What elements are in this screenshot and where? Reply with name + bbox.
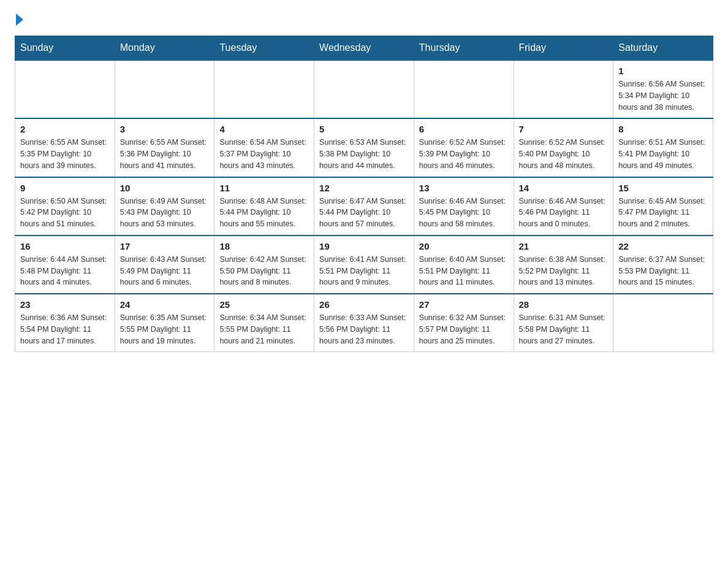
day-info: Sunrise: 6:55 AM Sunset: 5:35 PM Dayligh… <box>20 137 110 171</box>
calendar-cell: 26Sunrise: 6:33 AM Sunset: 5:56 PM Dayli… <box>314 294 414 352</box>
calendar-week-row: 9Sunrise: 6:50 AM Sunset: 5:42 PM Daylig… <box>15 177 713 236</box>
calendar-cell: 6Sunrise: 6:52 AM Sunset: 5:39 PM Daylig… <box>414 118 514 177</box>
page-header <box>15 15 713 26</box>
day-number: 21 <box>519 241 609 251</box>
day-info: Sunrise: 6:38 AM Sunset: 5:52 PM Dayligh… <box>519 254 609 288</box>
day-number: 8 <box>618 124 708 134</box>
calendar-cell: 11Sunrise: 6:48 AM Sunset: 5:44 PM Dayli… <box>214 177 314 236</box>
weekday-header-row: SundayMondayTuesdayWednesdayThursdayFrid… <box>15 36 713 61</box>
day-number: 13 <box>419 183 509 193</box>
calendar-cell: 25Sunrise: 6:34 AM Sunset: 5:55 PM Dayli… <box>214 294 314 352</box>
day-info: Sunrise: 6:50 AM Sunset: 5:42 PM Dayligh… <box>20 196 110 230</box>
logo <box>15 15 23 26</box>
calendar-cell: 7Sunrise: 6:52 AM Sunset: 5:40 PM Daylig… <box>514 118 613 177</box>
calendar-week-row: 1Sunrise: 6:56 AM Sunset: 5:34 PM Daylig… <box>15 60 713 118</box>
calendar-week-row: 16Sunrise: 6:44 AM Sunset: 5:48 PM Dayli… <box>15 236 713 294</box>
day-number: 16 <box>20 241 110 251</box>
calendar-cell: 16Sunrise: 6:44 AM Sunset: 5:48 PM Dayli… <box>15 236 115 294</box>
day-info: Sunrise: 6:46 AM Sunset: 5:45 PM Dayligh… <box>419 196 509 230</box>
day-info: Sunrise: 6:52 AM Sunset: 5:39 PM Dayligh… <box>419 137 509 171</box>
calendar-cell: 8Sunrise: 6:51 AM Sunset: 5:41 PM Daylig… <box>613 118 713 177</box>
day-number: 25 <box>219 299 309 310</box>
calendar-cell: 4Sunrise: 6:54 AM Sunset: 5:37 PM Daylig… <box>214 118 314 177</box>
day-info: Sunrise: 6:42 AM Sunset: 5:50 PM Dayligh… <box>219 254 309 288</box>
day-number: 10 <box>120 183 210 193</box>
day-number: 18 <box>219 241 309 251</box>
calendar-table: SundayMondayTuesdayWednesdayThursdayFrid… <box>15 36 713 352</box>
day-number: 19 <box>319 241 409 251</box>
calendar-cell: 27Sunrise: 6:32 AM Sunset: 5:57 PM Dayli… <box>414 294 514 352</box>
day-number: 24 <box>120 299 210 310</box>
day-info: Sunrise: 6:37 AM Sunset: 5:53 PM Dayligh… <box>618 254 708 288</box>
day-number: 22 <box>618 241 708 251</box>
calendar-cell: 10Sunrise: 6:49 AM Sunset: 5:43 PM Dayli… <box>115 177 214 236</box>
day-number: 14 <box>519 183 609 193</box>
day-info: Sunrise: 6:51 AM Sunset: 5:41 PM Dayligh… <box>618 137 708 171</box>
day-info: Sunrise: 6:31 AM Sunset: 5:58 PM Dayligh… <box>519 312 609 347</box>
calendar-cell: 5Sunrise: 6:53 AM Sunset: 5:38 PM Daylig… <box>314 118 414 177</box>
logo-arrow-icon <box>16 13 23 26</box>
day-number: 12 <box>319 183 409 193</box>
calendar-body: 1Sunrise: 6:56 AM Sunset: 5:34 PM Daylig… <box>15 60 713 352</box>
day-number: 2 <box>20 124 110 134</box>
day-number: 17 <box>120 241 210 251</box>
day-number: 20 <box>419 241 509 251</box>
calendar-week-row: 2Sunrise: 6:55 AM Sunset: 5:35 PM Daylig… <box>15 118 713 177</box>
day-info: Sunrise: 6:45 AM Sunset: 5:47 PM Dayligh… <box>618 196 708 230</box>
calendar-week-row: 23Sunrise: 6:36 AM Sunset: 5:54 PM Dayli… <box>15 294 713 352</box>
calendar-cell: 19Sunrise: 6:41 AM Sunset: 5:51 PM Dayli… <box>314 236 414 294</box>
day-info: Sunrise: 6:32 AM Sunset: 5:57 PM Dayligh… <box>419 312 509 347</box>
calendar-cell: 24Sunrise: 6:35 AM Sunset: 5:55 PM Dayli… <box>115 294 214 352</box>
day-number: 6 <box>419 124 509 134</box>
day-number: 28 <box>519 299 609 310</box>
day-info: Sunrise: 6:40 AM Sunset: 5:51 PM Dayligh… <box>419 254 509 288</box>
calendar-cell: 13Sunrise: 6:46 AM Sunset: 5:45 PM Dayli… <box>414 177 514 236</box>
day-number: 3 <box>120 124 210 134</box>
day-number: 23 <box>20 299 110 310</box>
day-info: Sunrise: 6:54 AM Sunset: 5:37 PM Dayligh… <box>219 137 309 171</box>
weekday-header-wednesday: Wednesday <box>314 36 414 61</box>
day-number: 27 <box>419 299 509 310</box>
day-info: Sunrise: 6:44 AM Sunset: 5:48 PM Dayligh… <box>20 254 110 288</box>
day-info: Sunrise: 6:36 AM Sunset: 5:54 PM Dayligh… <box>20 312 110 347</box>
day-info: Sunrise: 6:48 AM Sunset: 5:44 PM Dayligh… <box>219 196 309 230</box>
day-number: 15 <box>618 183 708 193</box>
weekday-header-friday: Friday <box>514 36 613 61</box>
weekday-header-sunday: Sunday <box>15 36 115 61</box>
calendar-cell: 1Sunrise: 6:56 AM Sunset: 5:34 PM Daylig… <box>613 60 713 118</box>
calendar-cell: 17Sunrise: 6:43 AM Sunset: 5:49 PM Dayli… <box>115 236 214 294</box>
calendar-cell <box>414 60 514 118</box>
day-number: 11 <box>219 183 309 193</box>
calendar-cell <box>514 60 613 118</box>
calendar-cell: 2Sunrise: 6:55 AM Sunset: 5:35 PM Daylig… <box>15 118 115 177</box>
day-info: Sunrise: 6:47 AM Sunset: 5:44 PM Dayligh… <box>319 196 409 230</box>
day-number: 7 <box>519 124 609 134</box>
calendar-cell: 15Sunrise: 6:45 AM Sunset: 5:47 PM Dayli… <box>613 177 713 236</box>
weekday-header-tuesday: Tuesday <box>214 36 314 61</box>
day-info: Sunrise: 6:33 AM Sunset: 5:56 PM Dayligh… <box>319 312 409 347</box>
weekday-header-thursday: Thursday <box>414 36 514 61</box>
calendar-cell <box>115 60 214 118</box>
calendar-cell: 12Sunrise: 6:47 AM Sunset: 5:44 PM Dayli… <box>314 177 414 236</box>
calendar-cell: 23Sunrise: 6:36 AM Sunset: 5:54 PM Dayli… <box>15 294 115 352</box>
day-number: 26 <box>319 299 409 310</box>
day-info: Sunrise: 6:56 AM Sunset: 5:34 PM Dayligh… <box>618 79 708 113</box>
day-number: 1 <box>618 66 708 76</box>
calendar-cell <box>214 60 314 118</box>
weekday-header-saturday: Saturday <box>613 36 713 61</box>
day-number: 5 <box>319 124 409 134</box>
day-info: Sunrise: 6:43 AM Sunset: 5:49 PM Dayligh… <box>120 254 210 288</box>
day-info: Sunrise: 6:41 AM Sunset: 5:51 PM Dayligh… <box>319 254 409 288</box>
calendar-cell <box>613 294 713 352</box>
calendar-cell: 21Sunrise: 6:38 AM Sunset: 5:52 PM Dayli… <box>514 236 613 294</box>
day-info: Sunrise: 6:53 AM Sunset: 5:38 PM Dayligh… <box>319 137 409 171</box>
calendar-cell: 22Sunrise: 6:37 AM Sunset: 5:53 PM Dayli… <box>613 236 713 294</box>
calendar-cell <box>314 60 414 118</box>
day-info: Sunrise: 6:55 AM Sunset: 5:36 PM Dayligh… <box>120 137 210 171</box>
calendar-cell: 18Sunrise: 6:42 AM Sunset: 5:50 PM Dayli… <box>214 236 314 294</box>
calendar-header: SundayMondayTuesdayWednesdayThursdayFrid… <box>15 36 713 61</box>
day-info: Sunrise: 6:52 AM Sunset: 5:40 PM Dayligh… <box>519 137 609 171</box>
calendar-cell: 3Sunrise: 6:55 AM Sunset: 5:36 PM Daylig… <box>115 118 214 177</box>
calendar-cell: 14Sunrise: 6:46 AM Sunset: 5:46 PM Dayli… <box>514 177 613 236</box>
day-info: Sunrise: 6:49 AM Sunset: 5:43 PM Dayligh… <box>120 196 210 230</box>
